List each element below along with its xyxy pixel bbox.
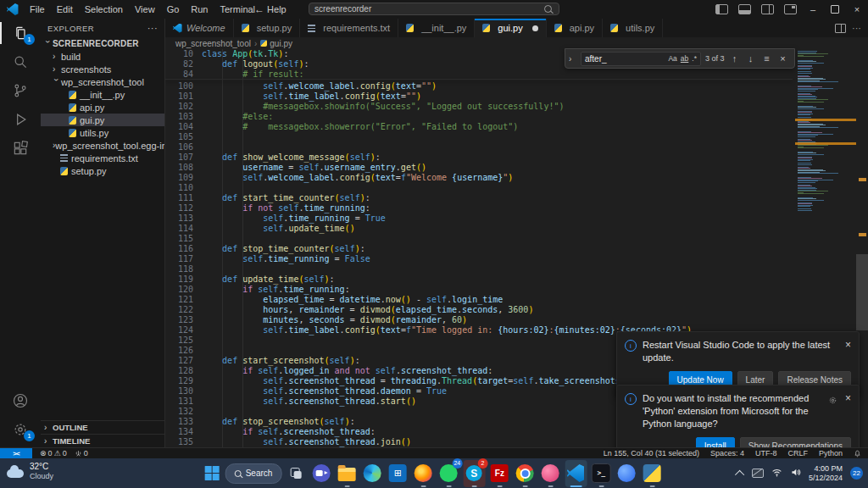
close-find-icon[interactable]: × [777, 53, 789, 64]
explorer-item-requirements-txt[interactable]: requirements.txt [41, 152, 164, 164]
explorer-view-icon[interactable]: 1 [0, 19, 41, 47]
taskbar-meet-icon[interactable] [310, 460, 332, 487]
language-mode[interactable]: Python [819, 449, 843, 458]
tab-requirements-txt[interactable]: requirements.txt [300, 19, 398, 37]
taskbar-terminal-icon[interactable]: >_ [590, 460, 612, 487]
cursor-position[interactable]: Ln 155, Col 40 (31 selected) [604, 449, 699, 458]
command-center-search[interactable]: screenrecorder [309, 3, 559, 15]
taskbar-explorer-icon[interactable] [336, 460, 358, 487]
scrollbar-thumb[interactable] [856, 254, 868, 330]
indentation[interactable]: Spaces: 4 [710, 449, 744, 458]
explorer-item-gui-py[interactable]: gui.py [41, 114, 164, 126]
taskbar-python-icon[interactable] [641, 460, 663, 487]
close-button[interactable]: × [846, 0, 868, 19]
display-status-icon[interactable] [752, 469, 764, 478]
back-button[interactable]: ← [254, 3, 264, 15]
taskbar-firefox-icon[interactable] [412, 460, 434, 487]
start-button[interactable] [205, 466, 220, 480]
menu-selection[interactable]: Selection [79, 0, 129, 19]
minimap[interactable] [795, 51, 856, 217]
breadcrumb-file[interactable]: gui.py [270, 39, 292, 48]
run-debug-icon[interactable] [0, 105, 41, 134]
item-label: wp_screenshot_tool [61, 77, 144, 87]
find-input[interactable]: after_ Aa ab .* [581, 52, 701, 66]
close-notification-icon[interactable]: × [845, 392, 851, 404]
explorer-item-screenrecorder[interactable]: ›SCREENRECORDER [41, 37, 164, 50]
tab-setup-py[interactable]: setup.py [234, 19, 301, 37]
taskbar-chrome-icon[interactable] [514, 460, 536, 487]
whole-word-toggle[interactable]: ab [681, 54, 688, 63]
minimize-button[interactable]: – [802, 0, 824, 19]
tab-gui-py[interactable]: gui.py [475, 19, 546, 37]
toggle-panel-icon[interactable] [738, 4, 751, 14]
tab-welcome[interactable]: Welcome [165, 19, 234, 37]
notification-count-badge[interactable]: 22 [850, 467, 863, 480]
match-case-toggle[interactable]: Aa [668, 54, 676, 63]
taskbar-vscode-icon[interactable] [565, 460, 587, 487]
search-view-icon[interactable] [0, 47, 41, 76]
taskbar-filezilla-icon[interactable]: Fz [488, 460, 510, 487]
menu-run[interactable]: Run [185, 0, 214, 19]
next-match-icon[interactable]: ↓ [745, 53, 757, 64]
tab-utils-py[interactable]: utils.py [603, 19, 663, 37]
toggle-secondary-sidebar-icon[interactable] [761, 4, 774, 14]
vscode-logo-icon[interactable] [7, 3, 19, 15]
weather-widget[interactable]: 32°C Cloudy [7, 462, 53, 480]
close-notification-icon[interactable]: × [845, 339, 851, 351]
toggle-sidebar-icon[interactable] [715, 4, 728, 14]
taskbar-search[interactable]: Search [225, 463, 282, 484]
menu-view[interactable]: View [129, 0, 161, 19]
explorer-more-actions-icon[interactable]: ··· [147, 23, 158, 33]
problems-indicator[interactable]: ⊗ 0 ⚠ 0 [40, 449, 67, 458]
taskbar-skype-icon[interactable]: S2 [463, 460, 485, 487]
split-editor-icon[interactable] [835, 24, 846, 33]
source-control-icon[interactable] [0, 76, 41, 105]
menu-go[interactable]: Go [161, 0, 186, 19]
customize-layout-icon[interactable] [784, 4, 797, 14]
timeline-section[interactable]: › TIMELINE [41, 434, 164, 447]
encoding[interactable]: UTF-8 [755, 449, 777, 458]
explorer-item-screenshots[interactable]: ›screenshots [41, 63, 164, 75]
clock[interactable]: 4:00 PM 5/12/2024 [809, 464, 843, 483]
taskbar-pink-icon[interactable] [539, 460, 561, 487]
notification-settings-gear-icon[interactable] [828, 393, 837, 408]
menu-file[interactable]: File [24, 0, 51, 19]
volume-icon[interactable] [790, 466, 801, 481]
explorer-item-wp-screenshot-tool[interactable]: ›wp_screenshot_tool [41, 75, 164, 88]
notifications-bell-icon[interactable] [854, 450, 861, 458]
find-expand-icon[interactable]: › [569, 54, 576, 64]
tab-api-py[interactable]: api.py [547, 19, 603, 37]
taskbar-edge-icon[interactable] [361, 460, 383, 487]
explorer-item-setup-py[interactable]: setup.py [41, 164, 164, 177]
outline-section[interactable]: › OUTLINE [41, 420, 164, 434]
breadcrumb[interactable]: wp_screenshot_tool › gui.py [165, 37, 868, 49]
previous-match-icon[interactable]: ↑ [729, 53, 741, 64]
taskbar-blueapp-icon[interactable] [615, 460, 637, 487]
explorer-item-api-py[interactable]: api.py [41, 101, 164, 114]
regex-toggle[interactable]: .* [692, 54, 697, 63]
explorer-item-build[interactable]: ›build [41, 50, 164, 63]
taskbar-whatsapp-icon[interactable]: 24 [437, 460, 459, 487]
taskbar-store-icon[interactable]: ⊞ [387, 460, 409, 487]
wifi-icon[interactable] [771, 466, 782, 481]
modified-dot-icon[interactable] [532, 25, 538, 31]
maximize-button[interactable] [824, 0, 846, 19]
hidden-icons-chevron[interactable] [735, 469, 744, 479]
task-view-button[interactable] [287, 465, 304, 482]
line-number: 119 [165, 274, 202, 285]
menu-edit[interactable]: Edit [51, 0, 79, 19]
forward-button[interactable]: → [273, 3, 283, 15]
line-number: 123 [165, 315, 202, 325]
eol-sequence[interactable]: CRLF [787, 449, 808, 458]
tab-init-py[interactable]: __init__.py [398, 19, 475, 37]
explorer-item-utils-py[interactable]: utils.py [41, 126, 164, 139]
remote-indicator[interactable]: >< [0, 448, 32, 458]
account-icon[interactable] [0, 386, 41, 415]
explorer-item-wp-screenshot-tool-egg-info[interactable]: ›wp_screenshot_tool.egg-info [41, 139, 164, 152]
breadcrumb-folder[interactable]: wp_screenshot_tool [175, 39, 251, 48]
extensions-icon[interactable] [0, 134, 41, 163]
ports-indicator[interactable]: 0 [75, 449, 88, 458]
settings-gear-icon[interactable]: 1 [0, 415, 41, 444]
explorer-item-init-py[interactable]: __init__.py [41, 88, 164, 101]
find-in-selection-icon[interactable]: ≡ [761, 53, 773, 64]
